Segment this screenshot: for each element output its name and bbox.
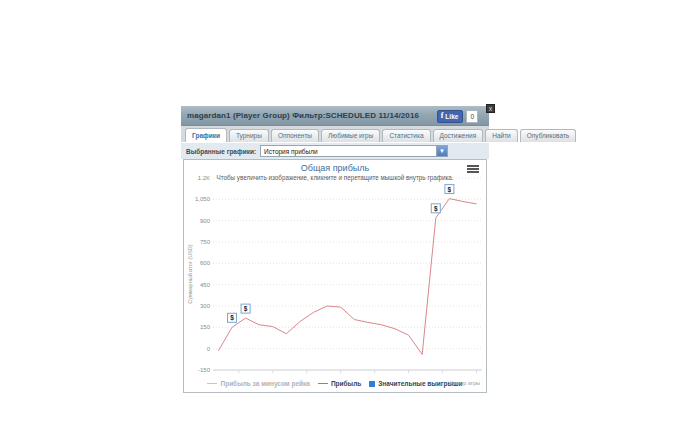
- close-icon[interactable]: x: [486, 104, 495, 113]
- facebook-like-group: f Like 0: [437, 110, 478, 123]
- legend-label: Прибыль за минусом рейка: [220, 380, 309, 387]
- legend-item-profit[interactable]: Прибыль: [318, 380, 361, 387]
- selected-graphs-label: Выбранные графики:: [186, 148, 256, 155]
- svg-text:5: 5: [271, 374, 275, 375]
- tab-bar: Графики Турниры Оппоненты Любимые игры С…: [181, 126, 489, 143]
- svg-text:10: 10: [337, 374, 344, 375]
- blue-square-icon: [369, 381, 375, 387]
- facebook-like-count: 0: [466, 110, 478, 123]
- tab-graphs[interactable]: Графики: [185, 128, 227, 143]
- chart-legend: Прибыль за минусом рейка Прибыль Значите…: [184, 380, 486, 387]
- svg-text:-150: -150: [198, 367, 211, 373]
- svg-text:$: $: [434, 205, 438, 213]
- svg-text:2.5: 2.5: [235, 374, 244, 375]
- svg-text:600: 600: [200, 260, 211, 266]
- tab-tournaments[interactable]: Турниры: [229, 129, 269, 143]
- tab-achievements[interactable]: Достижения: [433, 129, 484, 143]
- tab-favorite-games[interactable]: Любимые игры: [321, 129, 380, 143]
- svg-text:Суммарный итог (USD): Суммарный итог (USD): [187, 244, 193, 303]
- svg-text:7.5: 7.5: [303, 374, 312, 375]
- svg-text:12.5: 12.5: [369, 374, 381, 375]
- gray-line-icon: [207, 383, 217, 384]
- svg-text:15: 15: [405, 374, 412, 375]
- red-line-icon: [318, 383, 328, 384]
- legend-label: Прибыль: [331, 380, 361, 387]
- tab-publish[interactable]: Опубликовать: [520, 129, 577, 143]
- svg-text:450: 450: [200, 282, 211, 288]
- svg-text:0: 0: [207, 346, 211, 352]
- svg-text:900: 900: [200, 218, 211, 224]
- tab-find[interactable]: Найти: [485, 129, 518, 143]
- widget-header: magardan1 (Player Group) Фильтр:SCHEDULE…: [181, 106, 489, 126]
- svg-text:150: 150: [200, 324, 211, 330]
- svg-text:$: $: [244, 305, 248, 313]
- svg-text:$: $: [230, 314, 234, 322]
- graph-select-value: История прибыли: [261, 148, 318, 155]
- svg-text:20: 20: [473, 374, 480, 375]
- svg-text:17.5: 17.5: [437, 374, 449, 375]
- svg-text:750: 750: [200, 239, 211, 245]
- chevron-down-icon[interactable]: ▼: [436, 146, 447, 156]
- facebook-like-button[interactable]: f Like: [437, 110, 464, 123]
- facebook-like-label: Like: [445, 113, 458, 120]
- graph-filter-row: Выбранные графики: История прибыли ▼: [181, 143, 489, 159]
- sharkscope-widget: magardan1 (Player Group) Фильтр:SCHEDULE…: [181, 106, 489, 393]
- tab-opponents[interactable]: Оппоненты: [271, 129, 319, 143]
- chart-panel: Общая прибыль Чтобы увеличить изображени…: [183, 159, 487, 393]
- page-title: magardan1 (Player Group) Фильтр:SCHEDULE…: [181, 111, 419, 120]
- svg-text:1.2K: 1.2K: [198, 175, 210, 181]
- profit-chart[interactable]: 1.2K1,0509007506004503001500-1502.557.51…: [184, 160, 490, 375]
- svg-text:$: $: [448, 186, 452, 194]
- svg-text:1,050: 1,050: [195, 196, 211, 202]
- tab-statistics[interactable]: Статистика: [382, 129, 430, 143]
- xaxis-title: Номер игры: [449, 380, 480, 386]
- facebook-icon: f: [441, 113, 444, 119]
- graph-select[interactable]: История прибыли ▼: [260, 145, 448, 157]
- legend-item-profit-minus-rake[interactable]: Прибыль за минусом рейка: [207, 380, 309, 387]
- svg-text:300: 300: [200, 303, 211, 309]
